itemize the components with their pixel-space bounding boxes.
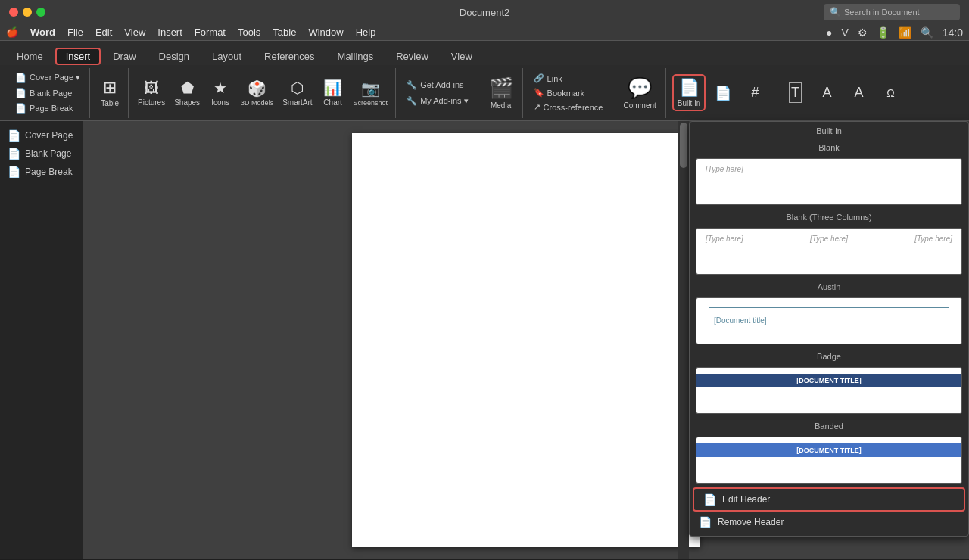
link-button[interactable]: 🔗 Link bbox=[529, 72, 608, 85]
bookmark-button[interactable]: 🔖 Bookmark bbox=[529, 86, 608, 99]
sidebar-cover-page-label: Cover Page bbox=[25, 130, 73, 141]
sidebar-page-break[interactable]: 📄 Page Break bbox=[3, 163, 80, 180]
header-icon: 📄 bbox=[679, 78, 699, 98]
more-items: T A A Ω bbox=[780, 81, 905, 104]
scrollbar-thumb[interactable] bbox=[680, 123, 687, 168]
bookmark-icon: 🔖 bbox=[534, 88, 544, 98]
left-sidebar: 📄 Cover Page 📄 Blank Page 📄 Page Break bbox=[0, 121, 83, 559]
table-group: ⊞ Table bbox=[92, 68, 129, 118]
font-size-button[interactable]: A bbox=[844, 83, 873, 102]
pages-group: 📄 Cover Page ▾ 📄 Blank Page 📄 Page Break bbox=[6, 68, 90, 118]
three-col-header-inner: [Type here] [Type here] [Type here] bbox=[696, 229, 961, 274]
footer-button[interactable]: 📄 bbox=[709, 83, 737, 103]
sidebar-blank-page-icon: 📄 bbox=[8, 148, 20, 160]
media-button[interactable]: 🎬 Media bbox=[484, 73, 518, 113]
apple-menu[interactable]: 🍎 bbox=[6, 26, 18, 38]
pictures-button[interactable]: 🖼 Pictures bbox=[135, 78, 168, 108]
edit-header-item[interactable]: 📄 Edit Header bbox=[694, 489, 964, 510]
chart-button[interactable]: 📊 Chart bbox=[319, 77, 347, 108]
3d-models-button[interactable]: 🎲 3D Models bbox=[238, 78, 276, 108]
tab-layout[interactable]: Layout bbox=[201, 48, 252, 65]
tab-mailings[interactable]: Mailings bbox=[327, 48, 385, 65]
badge-section-title: Badge bbox=[690, 347, 968, 364]
tab-design[interactable]: Design bbox=[148, 48, 200, 65]
addins-group: 🔧 Get Add-ins 🔧 My Add-ins ▾ bbox=[397, 68, 478, 118]
edit-header-icon: 📄 bbox=[703, 493, 716, 506]
chart-icon: 📊 bbox=[323, 79, 342, 97]
ribbon-tabs: Home Insert Draw Design Layout Reference… bbox=[0, 41, 969, 65]
screenshot-button[interactable]: 📷 Screenshot bbox=[351, 78, 391, 108]
badge-header-option[interactable]: [DOCUMENT TITLE] bbox=[696, 367, 962, 414]
menu-word[interactable]: Word bbox=[30, 26, 55, 38]
font-color-button[interactable]: A bbox=[812, 83, 841, 102]
three-col-header-option[interactable]: [Type here] [Type here] [Type here] bbox=[696, 228, 962, 275]
my-addins-icon: 🔧 bbox=[407, 96, 417, 106]
table-button[interactable]: ⊞ Table bbox=[96, 75, 123, 110]
traffic-lights bbox=[9, 8, 45, 17]
menu-tools[interactable]: Tools bbox=[238, 26, 260, 38]
menu-help[interactable]: Help bbox=[356, 26, 376, 38]
search-bar[interactable]: 🔍 Search in Document bbox=[824, 4, 960, 20]
more-button[interactable]: Ω bbox=[876, 86, 905, 101]
icons-icon: ★ bbox=[213, 79, 227, 97]
more-icon: Ω bbox=[886, 87, 894, 99]
remove-header-icon: 📄 bbox=[699, 516, 712, 528]
fullscreen-button[interactable] bbox=[36, 8, 45, 17]
blank-header-inner: [Type here] bbox=[696, 159, 961, 204]
cover-page-button[interactable]: 📄 Cover Page ▾ bbox=[11, 71, 85, 85]
tab-view[interactable]: View bbox=[441, 48, 483, 65]
document-title: Document2 bbox=[460, 7, 509, 18]
page-break-button[interactable]: 📄 Page Break bbox=[11, 101, 85, 115]
austin-header-option[interactable]: [Document title] bbox=[696, 297, 962, 344]
menu-icon-7: 14:0 bbox=[943, 26, 963, 39]
dropdown-section-title: Built-in bbox=[690, 122, 968, 138]
blank-page-label: Blank Page bbox=[30, 89, 72, 98]
page-number-button[interactable]: # bbox=[740, 83, 769, 102]
remove-header-item[interactable]: 📄 Remove Header bbox=[690, 512, 968, 533]
my-addins-button[interactable]: 🔧 My Add-ins ▾ bbox=[402, 95, 472, 107]
vertical-scrollbar[interactable] bbox=[678, 121, 689, 559]
header-button[interactable]: 📄 Built-in bbox=[672, 74, 706, 111]
sidebar-cover-page[interactable]: 📄 Cover Page bbox=[3, 127, 80, 144]
sidebar-cover-page-icon: 📄 bbox=[8, 129, 20, 142]
tab-references[interactable]: References bbox=[254, 48, 325, 65]
menu-table[interactable]: Table bbox=[273, 26, 296, 38]
cross-reference-button[interactable]: ↗ Cross-reference bbox=[529, 101, 608, 114]
table-label: Table bbox=[101, 99, 119, 107]
close-button[interactable] bbox=[9, 8, 18, 17]
comment-group: 💬 Comment bbox=[614, 68, 665, 118]
3d-models-icon: 🎲 bbox=[248, 79, 266, 98]
tab-review[interactable]: Review bbox=[385, 48, 439, 65]
austin-header-inner: [Document title] bbox=[696, 298, 961, 344]
blank-section-title: Blank bbox=[690, 138, 968, 155]
get-addins-button[interactable]: 🔧 Get Add-ins bbox=[402, 79, 472, 92]
sidebar-blank-page[interactable]: 📄 Blank Page bbox=[3, 145, 80, 162]
textbox-button[interactable]: T bbox=[780, 81, 809, 104]
minimize-button[interactable] bbox=[23, 8, 32, 17]
austin-title-text: [Document title] bbox=[714, 316, 766, 325]
banded-header-text: [DOCUMENT TITLE] bbox=[696, 443, 961, 457]
menu-window[interactable]: Window bbox=[308, 26, 343, 38]
three-col-section-title: Blank (Three Columns) bbox=[690, 208, 968, 225]
icons-button[interactable]: ★ Icons bbox=[206, 77, 235, 108]
menu-view[interactable]: View bbox=[124, 26, 145, 38]
shapes-button[interactable]: ⬟ Shapes bbox=[171, 77, 203, 108]
blank-page-button[interactable]: 📄 Blank Page bbox=[11, 86, 85, 100]
edit-header-label: Edit Header bbox=[722, 494, 770, 505]
comment-button[interactable]: 💬 Comment bbox=[618, 73, 660, 113]
menu-insert[interactable]: Insert bbox=[157, 26, 182, 38]
title-bar-right: 🔍 Search in Document bbox=[824, 4, 960, 20]
smartart-button[interactable]: ⬡ SmartArt bbox=[279, 77, 315, 108]
menu-edit[interactable]: Edit bbox=[95, 26, 112, 38]
blank-header-option[interactable]: [Type here] bbox=[696, 158, 962, 205]
page-break-icon: 📄 bbox=[15, 103, 26, 114]
header-footer-items: 📄 Built-in 📄 # bbox=[672, 74, 770, 111]
menu-file[interactable]: File bbox=[67, 26, 83, 38]
tab-insert[interactable]: Insert bbox=[55, 48, 101, 65]
menu-icon-1: ● bbox=[826, 26, 832, 39]
tab-draw[interactable]: Draw bbox=[102, 48, 146, 65]
tab-home[interactable]: Home bbox=[6, 48, 54, 65]
menu-icon-4: 🔋 bbox=[877, 26, 890, 39]
menu-format[interactable]: Format bbox=[195, 26, 226, 38]
banded-header-option[interactable]: [DOCUMENT TITLE] bbox=[696, 437, 962, 484]
